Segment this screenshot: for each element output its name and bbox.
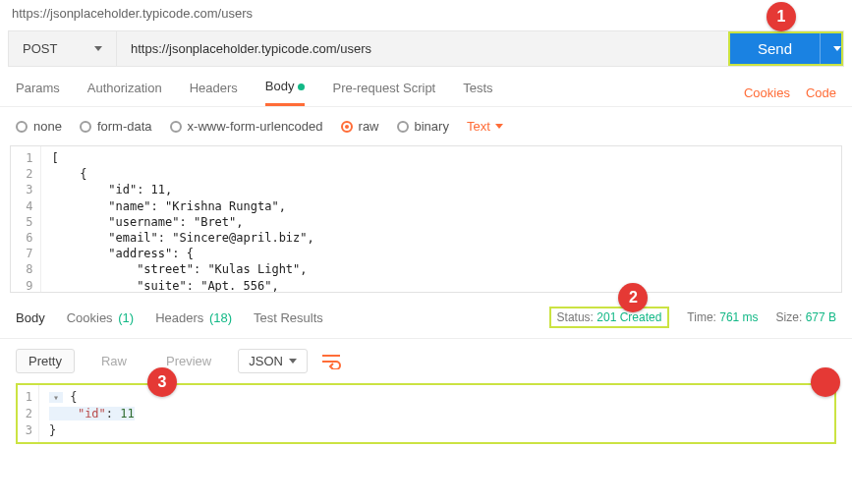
radio-none-label: none [33,119,62,134]
tab-body-label: Body [265,79,295,93]
response-code[interactable]: 123 ▾ { "id": 11 } [18,385,834,442]
request-tabs: Params Authorization Headers Body Pre-re… [0,67,852,107]
chevron-down-icon [94,46,102,51]
radio-icon [170,121,182,133]
radio-urlencoded[interactable]: x-www-form-urlencoded [170,119,323,134]
resp-sep: : [106,407,120,420]
body-type-select[interactable]: Text [467,119,503,134]
radio-none[interactable]: none [16,119,62,134]
size-stat: Size: 677 B [776,310,836,324]
breadcrumb: https://jsonplaceholder.typicode.com/use… [0,0,852,30]
dot-indicator-icon [298,84,305,90]
editor-code: [ { "id": 11, "name": "Krishna Rungta", … [41,146,323,292]
cookies-count: (1) [118,310,134,325]
radio-icon [80,121,91,133]
method-select[interactable]: POST [9,31,117,66]
send-cluster: Send [728,31,843,66]
radio-formdata-label: form-data [97,119,152,134]
headers-count: (18) [209,310,232,325]
view-pretty[interactable]: Pretty [16,349,75,373]
resp-line-1: { [70,390,77,404]
tab-params[interactable]: Params [16,81,60,105]
response-gutter: 123 [18,385,39,442]
format-select[interactable]: JSON [238,349,308,373]
view-raw[interactable]: Raw [88,349,140,373]
size-label: Size: [776,310,803,324]
radio-icon [341,121,353,133]
tab-prerequest[interactable]: Pre-request Script [332,81,435,105]
response-body-box: 3 123 ▾ { "id": 11 } [16,383,836,444]
resp-tab-headers[interactable]: Headers (18) [155,310,232,325]
radio-binary[interactable]: binary [397,119,449,134]
request-body-editor[interactable]: 1234567891011 [ { "id": 11, "name": "Kri… [10,145,842,293]
resp-val: 11 [120,407,134,420]
request-row: POST Send 1 [8,30,844,67]
tab-body[interactable]: Body [265,79,306,106]
resp-line-3: } [49,423,56,437]
radio-icon [397,121,409,133]
body-type-label: Text [467,119,490,134]
send-button[interactable]: Send [730,33,820,64]
tab-authorization[interactable]: Authorization [87,81,162,105]
url-input[interactable] [117,31,728,66]
chevron-down-icon [495,124,503,129]
fold-icon[interactable]: ▾ [49,392,63,403]
chevron-down-icon [289,359,297,364]
chevron-down-icon [833,46,841,51]
radio-raw-label: raw [359,119,379,134]
annotation-badge-1: 1 [767,2,796,31]
resp-tab-body[interactable]: Body [16,310,45,325]
radio-formdata[interactable]: form-data [80,119,152,134]
cookies-link[interactable]: Cookies [744,85,790,100]
code-link[interactable]: Code [806,85,836,100]
resp-tab-testresults[interactable]: Test Results [254,310,323,325]
resp-tab-cookies-label: Cookies [67,310,113,325]
time-label: Time: [687,310,716,324]
body-options: none form-data x-www-form-urlencoded raw… [0,107,852,145]
status-badge: Status: 201 Created 2 [549,307,670,328]
resp-key: "id" [78,407,106,420]
tab-tests[interactable]: Tests [463,81,492,105]
time-stat: Time: 761 ms [687,310,758,324]
radio-binary-label: binary [415,119,449,134]
resp-tab-headers-label: Headers [155,310,203,325]
send-dropdown-button[interactable] [820,33,841,64]
size-value: 677 B [806,310,836,324]
view-options: Pretty Raw Preview JSON [0,339,852,383]
radio-icon [16,121,28,133]
format-label: JSON [249,354,283,368]
annotation-badge-2: 2 [618,283,648,312]
editor-gutter: 1234567891011 [11,146,41,292]
status-label: Status: [557,310,594,324]
annotation-badge-3: 3 [147,367,177,397]
response-tabs: Body Cookies (1) Headers (18) Test Resul… [0,293,852,339]
tab-headers[interactable]: Headers [190,81,238,105]
radio-raw[interactable]: raw [341,119,379,134]
status-value: 201 Created [596,310,661,324]
wrap-lines-icon[interactable] [321,354,341,369]
radio-urlencoded-label: x-www-form-urlencoded [188,119,323,134]
resp-tab-cookies[interactable]: Cookies (1) [67,310,134,325]
method-label: POST [23,41,57,56]
time-value: 761 ms [719,310,758,324]
